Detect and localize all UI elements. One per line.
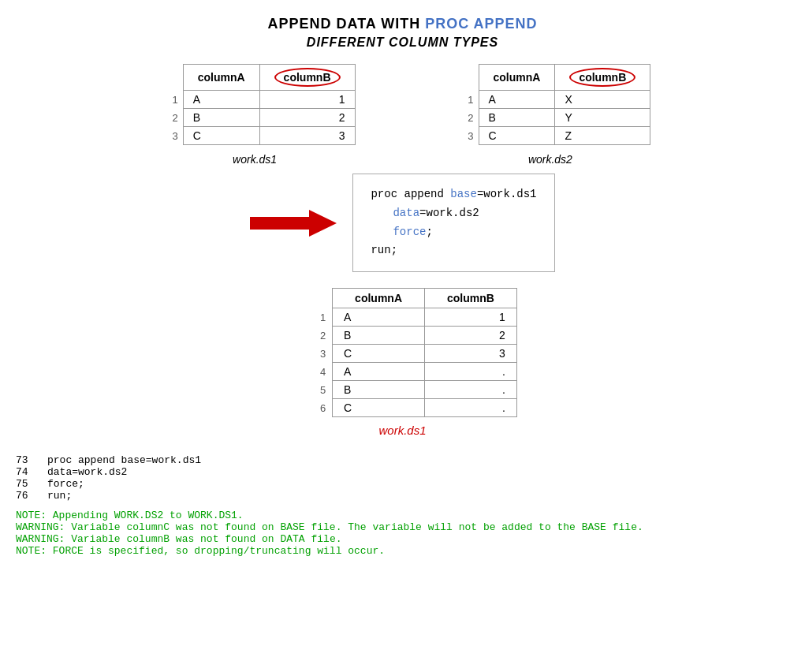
- found-text: found: [225, 533, 255, 545]
- code-force-semi: ;: [426, 226, 432, 238]
- middle-section: proc append base=work.ds1 data=work.ds2 …: [16, 174, 789, 272]
- cell: B: [479, 109, 555, 127]
- code-base-kw: base: [450, 188, 477, 200]
- row-num: 1: [155, 91, 184, 109]
- log-code: run;: [47, 490, 72, 502]
- cell: 3: [259, 127, 355, 145]
- result-col-a-header: columnA: [333, 289, 425, 308]
- table-row: 3 C 3: [155, 127, 355, 145]
- log-code: proc append base=work.ds1: [47, 454, 201, 466]
- warn-line-1: WARNING: Variable columnC was not found …: [16, 521, 789, 533]
- row-num: 1: [450, 91, 479, 109]
- cell: B: [333, 381, 425, 399]
- table-row: 4 A .: [288, 363, 516, 381]
- log-linenum: 75: [16, 478, 47, 490]
- table-row: 6 C .: [288, 399, 516, 417]
- log-line: 76 run;: [16, 490, 789, 502]
- cell: C: [183, 127, 259, 145]
- row-num: 3: [288, 345, 333, 363]
- page-subtitle: DIFFERENT COLUMN TYPES: [16, 35, 789, 50]
- cell: 1: [259, 91, 355, 109]
- ds1-col-a-header: columnA: [183, 65, 259, 91]
- ds2-table-wrapper: columnA columnB 1 A X 2 B Y 3 C: [450, 64, 651, 166]
- table-row: 2 B 2: [288, 327, 516, 345]
- ds2-colB-oval: columnB: [569, 68, 635, 87]
- code-base-val: =work.ds1: [477, 188, 537, 200]
- code-line-2: data=work.ds2: [371, 204, 536, 223]
- result-col-b-header: columnB: [425, 289, 517, 308]
- title-proc-append: PROC APPEND: [425, 16, 537, 32]
- ds1-colB-oval: columnB: [274, 68, 341, 87]
- log-line: 74 data=work.ds2: [16, 466, 789, 478]
- cell: Z: [555, 127, 650, 145]
- svg-marker-0: [250, 210, 337, 237]
- cell: 3: [425, 345, 517, 363]
- cell: 1: [425, 308, 517, 327]
- table-row: 3 C Z: [450, 127, 650, 145]
- cell: B: [333, 327, 425, 345]
- ds1-label: work.ds1: [233, 153, 277, 166]
- ds2-label: work.ds2: [528, 153, 572, 166]
- note-line-1: NOTE: Appending WORK.DS2 to WORK.DS1.: [16, 510, 789, 521]
- top-tables-row: columnA columnB 1 A 1 2 B 2 3 C: [16, 64, 789, 166]
- log-code: force;: [47, 478, 84, 490]
- cell: A: [333, 308, 425, 327]
- row-num: 5: [288, 381, 333, 399]
- log-line: 75 force;: [16, 478, 789, 490]
- row-num: 1: [288, 308, 333, 327]
- cell: C: [333, 345, 425, 363]
- row-num: 2: [450, 109, 479, 127]
- page-title: APPEND DATA WITH PROC APPEND: [16, 16, 789, 32]
- arrow-right-icon: [250, 208, 337, 238]
- note-section: NOTE: Appending WORK.DS2 to WORK.DS1. WA…: [16, 510, 789, 557]
- code-proc: proc append: [371, 188, 450, 200]
- row-num: 4: [288, 363, 333, 381]
- table-row: 1 A 1: [155, 91, 355, 109]
- ds1-table: columnA columnB 1 A 1 2 B 2 3 C: [155, 64, 356, 145]
- log-line: 73 proc append base=work.ds1: [16, 454, 789, 466]
- code-box: proc append base=work.ds1 data=work.ds2 …: [352, 174, 554, 272]
- cell: A: [479, 91, 555, 109]
- row-num: 2: [155, 109, 184, 127]
- row-num: 6: [288, 399, 333, 417]
- title-text-plain: APPEND DATA WITH: [267, 16, 425, 32]
- code-line-3: force;: [371, 223, 536, 242]
- row-num: 3: [450, 127, 479, 145]
- note-line-2: NOTE: FORCE is specified, so dropping/tr…: [16, 545, 789, 557]
- result-label: work.ds1: [378, 424, 426, 437]
- cell: X: [555, 91, 650, 109]
- log-linenum: 74: [16, 466, 47, 478]
- cell: .: [425, 363, 517, 381]
- code-line-1: proc append base=work.ds1: [371, 185, 536, 204]
- cell: .: [425, 381, 517, 399]
- log-linenum: 76: [16, 490, 47, 502]
- table-row: 1 A X: [450, 91, 650, 109]
- code-line-4: run;: [371, 241, 536, 260]
- table-row: 2 B Y: [450, 109, 650, 127]
- cell: 2: [425, 327, 517, 345]
- ds2-col-a-header: columnA: [479, 65, 555, 91]
- ds2-col-b-header: columnB: [555, 65, 650, 91]
- ds2-table: columnA columnB 1 A X 2 B Y 3 C: [450, 64, 651, 145]
- result-table-section: columnA columnB 1 A 1 2 B 2 3 C 3 4 A: [16, 288, 789, 448]
- table-row: 3 C 3: [288, 345, 516, 363]
- row-num: 2: [288, 327, 333, 345]
- result-table: columnA columnB 1 A 1 2 B 2 3 C 3 4 A: [288, 288, 517, 417]
- cell: A: [333, 363, 425, 381]
- table-row: 1 A 1: [288, 308, 516, 327]
- cell: C: [333, 399, 425, 417]
- code-data-val: =work.ds2: [419, 207, 479, 219]
- log-code: data=work.ds2: [47, 466, 127, 478]
- cell: A: [183, 91, 259, 109]
- code-force-kw: force: [393, 226, 426, 238]
- code-data-kw: data: [393, 207, 419, 219]
- cell: Y: [555, 109, 650, 127]
- warn-line-2: WARNING: Variable columnB was not found …: [16, 533, 789, 545]
- ds1-col-b-header: columnB: [259, 65, 355, 91]
- cell: C: [479, 127, 555, 145]
- code-run: run;: [371, 244, 397, 256]
- ds1-table-wrapper: columnA columnB 1 A 1 2 B 2 3 C: [155, 64, 356, 166]
- row-num: 3: [155, 127, 184, 145]
- cell: .: [425, 399, 517, 417]
- table-row: 5 B .: [288, 381, 516, 399]
